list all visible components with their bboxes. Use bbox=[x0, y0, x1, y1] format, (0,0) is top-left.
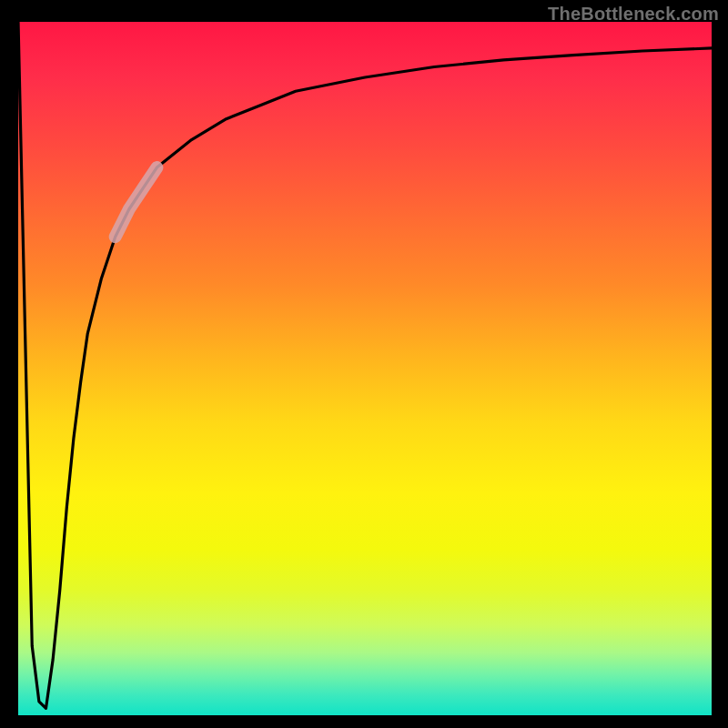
watermark-text: TheBottleneck.com bbox=[548, 4, 719, 25]
chart-frame: TheBottleneck.com bbox=[0, 0, 728, 728]
bottleneck-curve bbox=[18, 22, 712, 708]
highlight-segment bbox=[116, 167, 157, 237]
plot-area bbox=[18, 22, 712, 715]
curve-layer bbox=[18, 22, 712, 715]
